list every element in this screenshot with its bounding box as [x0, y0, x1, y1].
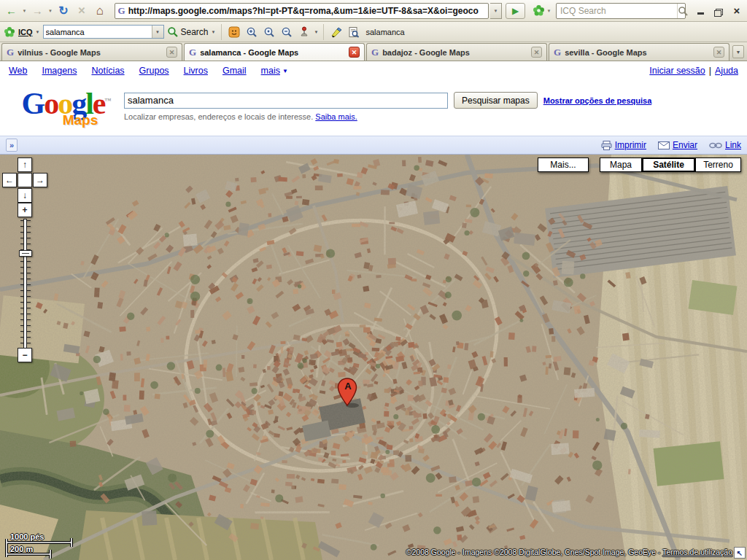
back-icon[interactable]: ←	[3, 2, 20, 20]
zoom-slider-handle[interactable]	[19, 250, 32, 257]
url-history-dropdown-icon[interactable]: ▼	[490, 3, 502, 19]
print-link[interactable]: Imprimir	[615, 140, 646, 150]
pan-center-button[interactable]	[18, 173, 32, 187]
search-button-label[interactable]: Search	[181, 27, 209, 37]
search-maps-button[interactable]: Pesquisar mapas	[454, 92, 538, 109]
trademark-symbol: ™	[105, 97, 112, 104]
url-input[interactable]	[128, 6, 485, 16]
search-options-link[interactable]: Mostrar opções de pesquisa	[543, 96, 652, 105]
marker-letter: A	[343, 381, 353, 392]
close-button[interactable]: ×	[731, 5, 743, 17]
address-bar[interactable]: G	[115, 3, 489, 19]
signin-link[interactable]: Iniciar sessão	[649, 66, 705, 76]
maps-header: Google™ Maps Pesquisar mapas Mostrar opç…	[0, 80, 747, 136]
zoom-out-icon[interactable]	[279, 25, 294, 39]
icq-dropdown-icon[interactable]: ▼	[546, 9, 552, 13]
pan-down-button[interactable]: ↓	[18, 188, 32, 203]
restore-button[interactable]	[713, 5, 724, 17]
copyright-text: ©2008 Google - Imagens ©2008 DigitalGlob…	[406, 548, 662, 556]
tab-favicon: G	[189, 47, 196, 58]
nav-link-livros[interactable]: Livros	[184, 66, 208, 76]
icq-search-input[interactable]	[557, 6, 677, 16]
map-marker-a[interactable]: A	[336, 378, 361, 408]
icq-query-combobox[interactable]: ▼	[43, 25, 164, 39]
minimize-button[interactable]	[694, 5, 706, 17]
nav-link-gmail[interactable]: Gmail	[222, 66, 247, 76]
combobox-dropdown-icon[interactable]: ▼	[152, 26, 163, 38]
google-maps-logo: Google™ Maps	[12, 85, 121, 128]
nav-link-imagens[interactable]: Imagens	[42, 66, 77, 76]
stop-icon[interactable]: ✕	[73, 2, 90, 20]
icq-search-go-button[interactable]	[677, 4, 688, 18]
scale-meters-label: 200 m	[10, 545, 33, 553]
search-icon[interactable]	[167, 26, 178, 37]
zoom-slider-track[interactable]	[23, 219, 27, 350]
send-action[interactable]: Enviar	[658, 140, 697, 150]
search-dropdown-icon[interactable]: ▼	[212, 30, 216, 34]
tab-close-icon[interactable]: ✕	[531, 47, 542, 58]
zoom-in-icon[interactable]	[244, 25, 259, 39]
tab-close-icon[interactable]: ✕	[713, 47, 724, 58]
nav-link-web[interactable]: Web	[9, 66, 27, 76]
nav-link-grupos[interactable]: Grupos	[139, 66, 169, 76]
map-type-button[interactable]: Mapa	[600, 158, 642, 172]
zoom-reset-icon[interactable]	[262, 25, 276, 39]
map-scale: 1000 pés 200 m	[3, 533, 90, 559]
resize-grip-icon[interactable]: ↖	[734, 547, 746, 559]
tab-title: badajoz - Google Maps	[382, 48, 527, 57]
highlighter-icon[interactable]	[329, 25, 344, 39]
maps-search-input[interactable]	[124, 93, 448, 109]
emoticon-icon[interactable]	[227, 25, 241, 39]
hint-text: Localizar empresas, endereços e locais d…	[124, 112, 313, 121]
tab-badajoz[interactable]: G badajoz - Google Maps ✕	[366, 43, 547, 61]
tab-sevilla[interactable]: G sevilla - Google Maps ✕	[549, 43, 729, 61]
more-layers-button[interactable]: Mais...	[538, 158, 589, 172]
send-link[interactable]: Enviar	[673, 140, 697, 150]
logo-letter: o	[44, 87, 58, 120]
pan-up-button[interactable]: ↑	[18, 158, 32, 172]
forward-icon[interactable]: →	[29, 2, 46, 20]
map-actions-bar: » Imprimir Enviar Lin	[0, 136, 747, 155]
pointer-dropdown-icon[interactable]: ▼	[314, 30, 319, 34]
icq-menu-dropdown-icon[interactable]: ▼	[36, 30, 40, 34]
map-viewport[interactable]: ↑ ← → ↓ + − Mais... Mapa Satélite Terren…	[0, 155, 747, 560]
go-button[interactable]: ▶	[506, 3, 525, 19]
browser-window: ← ▼ → ▼ ↻ ✕ ⌂ G ▼ ▶ ▼	[0, 0, 747, 560]
refresh-icon[interactable]: ↻	[55, 2, 71, 20]
tab-close-icon[interactable]: ✕	[349, 47, 360, 58]
page-link[interactable]: Link	[725, 140, 741, 150]
help-link[interactable]: Ajuda	[715, 66, 738, 76]
toolbar-separator	[221, 24, 222, 40]
pan-right-button[interactable]: →	[33, 173, 47, 187]
pan-left-button[interactable]: ←	[2, 173, 17, 187]
icq-searchbar[interactable]	[556, 3, 686, 19]
tab-vilnius[interactable]: G vilnius - Google Maps ✕	[1, 43, 182, 61]
expand-panel-icon[interactable]: »	[6, 139, 18, 152]
map-attribution: ©2008 Google - Imagens ©2008 DigitalGlob…	[406, 548, 732, 556]
icq-flower-icon	[4, 26, 15, 38]
print-action[interactable]: Imprimir	[601, 140, 646, 150]
link-action[interactable]: Link	[709, 140, 741, 150]
tab-close-icon[interactable]: ✕	[166, 47, 177, 58]
satellite-type-button-selected[interactable]: Satélite	[642, 158, 695, 172]
tab-salamanca-active[interactable]: G salamanca - Google Maps ✕	[184, 43, 365, 61]
terrain-type-button[interactable]: Terreno	[695, 158, 741, 172]
zoom-out-button[interactable]: −	[18, 348, 32, 362]
nav-more-label[interactable]: mais	[261, 66, 280, 76]
forward-dropdown-icon[interactable]: ▼	[47, 9, 54, 13]
home-icon[interactable]: ⌂	[91, 2, 108, 20]
back-dropdown-icon[interactable]: ▼	[21, 9, 28, 13]
tab-bar: G vilnius - Google Maps ✕ G salamanca - …	[0, 42, 747, 61]
icq-query-input[interactable]	[44, 26, 152, 38]
icq-menu-label[interactable]: ICQ	[18, 28, 33, 36]
nav-more-menu[interactable]: mais ▼	[261, 66, 288, 76]
icq-flower-button[interactable]: ▼	[533, 4, 552, 17]
terms-link[interactable]: Termos de utilização	[662, 548, 732, 556]
nav-link-noticias[interactable]: Notícias	[91, 66, 124, 76]
pointer-tool-icon[interactable]	[297, 25, 311, 39]
icq-toolbar: ICQ ▼ ▼ Search ▼	[0, 22, 747, 42]
tab-list-dropdown-icon[interactable]: ▼	[732, 45, 744, 58]
learn-more-link[interactable]: Saiba mais.	[315, 112, 357, 121]
zoom-in-button[interactable]: +	[18, 203, 32, 217]
find-on-page-icon[interactable]	[347, 25, 361, 39]
